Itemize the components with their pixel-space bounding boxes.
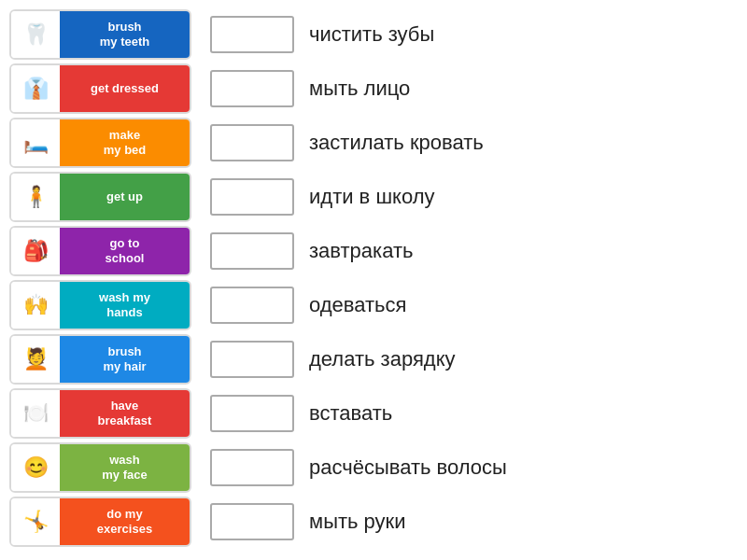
activity-icon-make-my-bed: 🛏️: [11, 118, 60, 168]
activity-icon-go-to-school: 🎒: [11, 226, 60, 276]
activity-btn-get-dressed[interactable]: 👔get dressed: [9, 63, 191, 114]
activity-label-do-my-exercises: do my exercises: [60, 498, 190, 545]
activity-label-go-to-school: go to school: [60, 228, 190, 274]
match-row-1: мыть лицо: [210, 63, 738, 114]
activity-icon-wash-my-hands: 🙌: [11, 280, 60, 330]
match-row-7: вставать: [210, 388, 738, 439]
activity-label-wash-my-hands: wash my hands: [60, 282, 190, 329]
activity-btn-get-up[interactable]: 🧍get up: [9, 172, 191, 222]
match-row-5: одеваться: [210, 280, 738, 330]
activity-icon-get-dressed: 👔: [11, 63, 60, 114]
match-row-4: завтракать: [210, 226, 738, 276]
match-row-6: делать зарядку: [210, 334, 738, 385]
activity-icon-brush-my-hair: 💆: [11, 334, 60, 385]
drop-box-6[interactable]: [210, 341, 294, 378]
match-row-8: расчёсывать волосы: [210, 442, 738, 493]
activities-column: 🦷brush my teeth👔get dressed🛏️make my bed…: [9, 9, 191, 547]
activity-label-wash-my-face: wash my face: [60, 444, 190, 491]
activity-btn-wash-my-face[interactable]: 😊wash my face: [9, 442, 191, 493]
main-container: 🦷brush my teeth👔get dressed🛏️make my bed…: [9, 9, 738, 547]
activity-btn-make-my-bed[interactable]: 🛏️make my bed: [9, 118, 191, 168]
activity-icon-get-up: 🧍: [11, 172, 60, 222]
drop-box-9[interactable]: [210, 503, 294, 540]
activity-label-have-breakfast: have breakfast: [60, 390, 190, 437]
drop-box-4[interactable]: [210, 232, 294, 270]
match-row-9: мыть руки: [210, 497, 738, 547]
drop-box-1[interactable]: [210, 70, 294, 107]
activity-btn-wash-my-hands[interactable]: 🙌wash my hands: [9, 280, 191, 330]
russian-text-7: вставать: [309, 401, 392, 426]
activity-icon-have-breakfast: 🍽️: [11, 388, 60, 439]
russian-text-6: делать зарядку: [309, 347, 456, 371]
activity-icon-brush-teeth: 🦷: [11, 9, 60, 60]
russian-text-9: мыть руки: [309, 510, 406, 534]
activity-icon-do-my-exercises: 🤸: [11, 497, 60, 547]
russian-text-4: завтракать: [309, 239, 413, 263]
activity-btn-have-breakfast[interactable]: 🍽️have breakfast: [9, 388, 191, 439]
activity-icon-wash-my-face: 😊: [11, 442, 60, 493]
drop-box-8[interactable]: [210, 449, 294, 486]
activity-label-make-my-bed: make my bed: [60, 119, 190, 166]
activity-btn-brush-teeth[interactable]: 🦷brush my teeth: [9, 9, 191, 60]
drop-box-7[interactable]: [210, 395, 294, 432]
drop-box-5[interactable]: [210, 287, 294, 324]
activity-btn-do-my-exercises[interactable]: 🤸do my exercises: [9, 497, 191, 547]
russian-text-1: мыть лицо: [309, 77, 410, 101]
russian-text-3: идти в школу: [309, 185, 435, 209]
russian-text-0: чистить зубы: [309, 22, 434, 47]
drop-box-3[interactable]: [210, 178, 294, 216]
drop-box-0[interactable]: [210, 16, 294, 53]
activity-btn-go-to-school[interactable]: 🎒go to school: [9, 226, 191, 276]
russian-text-5: одеваться: [309, 293, 406, 317]
match-row-3: идти в школу: [210, 172, 738, 222]
match-row-2: застилать кровать: [210, 118, 738, 168]
drop-box-2[interactable]: [210, 124, 294, 161]
activity-label-get-dressed: get dressed: [60, 65, 190, 112]
activity-label-brush-teeth: brush my teeth: [60, 11, 190, 58]
russian-text-8: расчёсывать волосы: [309, 455, 507, 480]
russian-text-2: застилать кровать: [309, 131, 484, 155]
matching-column: чистить зубымыть лицозастилать кроватьид…: [210, 9, 738, 547]
activity-btn-brush-my-hair[interactable]: 💆brush my hair: [9, 334, 191, 385]
activity-label-get-up: get up: [60, 174, 190, 220]
match-row-0: чистить зубы: [210, 9, 738, 60]
activity-label-brush-my-hair: brush my hair: [60, 336, 190, 383]
